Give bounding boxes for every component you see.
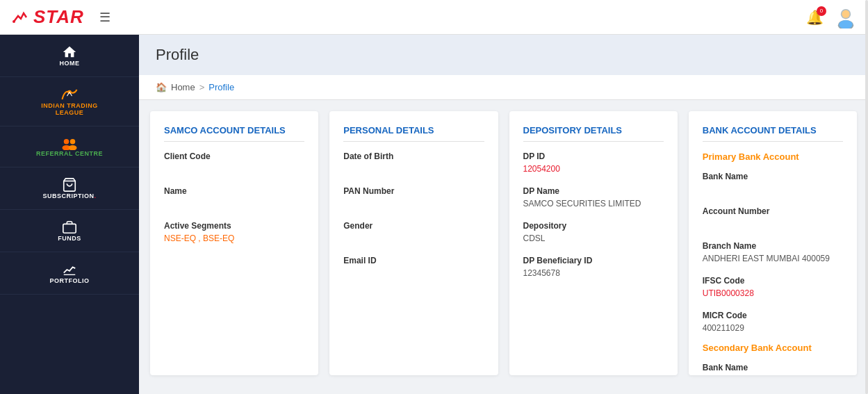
sidebar-label-funds: FUNDS [58, 235, 81, 242]
svg-point-7 [70, 139, 76, 145]
referral-icon [61, 136, 78, 150]
primary-bank-section-title: Primary Bank Account [703, 151, 843, 162]
dp-id-value: 12054200 [523, 164, 664, 177]
secondary-bank-name-label: Bank Name [703, 363, 843, 372]
breadcrumb-home[interactable]: Home [171, 82, 195, 92]
dob-label: Date of Birth [343, 151, 484, 161]
primary-ifsc-value: UTIB0000328 [703, 288, 843, 301]
breadcrumb-current: Profile [208, 82, 234, 92]
sidebar-item-home[interactable]: HOME [0, 35, 139, 77]
gender-value [343, 233, 484, 246]
primary-bank-name-value [703, 184, 843, 197]
page-header: Profile [139, 35, 868, 75]
name-label: Name [164, 186, 304, 196]
primary-micr-label: MICR Code [703, 311, 843, 320]
sidebar-item-portfolio[interactable]: PORTFOLIO [0, 252, 139, 295]
primary-branch-name-value: ANDHERI EAST MUMBAI 400059 [703, 254, 843, 266]
hamburger-button[interactable]: ☰ [99, 10, 110, 25]
gender-label: Gender [343, 221, 484, 231]
bank-card-title: BANK ACCOUNT DETAILS [703, 125, 843, 142]
sidebar: HOME INDIAN TRADINGLEAGUE REFERRAL CENTR… [0, 35, 139, 394]
logo-text: STAR [33, 6, 84, 28]
notification-badge: 0 [817, 6, 826, 16]
portfolio-icon [62, 262, 77, 277]
home-icon [62, 44, 77, 60]
svg-rect-11 [63, 224, 76, 233]
notification-bell[interactable]: 🔔 0 [806, 9, 824, 26]
bank-account-card: BANK ACCOUNT DETAILS Primary Bank Accoun… [689, 111, 857, 375]
active-segments-value: NSE-EQ , BSE-EQ [164, 233, 304, 246]
star-logo-icon [11, 8, 31, 27]
logo-area: STAR ☰ [11, 6, 110, 28]
name-value [164, 199, 304, 211]
email-label: Email ID [343, 256, 484, 265]
client-code-value [164, 164, 304, 177]
pan-value [343, 199, 484, 211]
top-navbar: STAR ☰ 🔔 0 [0, 0, 868, 35]
depository-label: Depository [523, 221, 664, 231]
dp-beneficiary-label: DP Beneficiary ID [523, 256, 664, 265]
svg-point-3 [842, 10, 849, 17]
primary-micr-value: 400211029 [703, 323, 843, 336]
primary-account-number-label: Account Number [703, 206, 843, 216]
breadcrumb-separator: > [199, 82, 205, 92]
primary-ifsc-label: IFSC Code [703, 276, 843, 286]
pan-label: PAN Number [343, 186, 484, 196]
personal-details-card: PERSONAL DETAILS Date of Birth PAN Numbe… [329, 111, 498, 375]
itl-icon [60, 87, 79, 102]
dp-beneficiary-value: 12345678 [523, 268, 664, 281]
sidebar-label-referral: REFERRAL CENTRE [36, 150, 103, 157]
svg-point-9 [69, 145, 77, 150]
sidebar-item-funds[interactable]: FUNDS [0, 210, 139, 252]
main-layout: HOME INDIAN TRADINGLEAGUE REFERRAL CENTR… [0, 35, 868, 394]
svg-point-0 [13, 20, 15, 23]
primary-bank-name-label: Bank Name [703, 172, 843, 181]
svg-point-6 [64, 139, 69, 145]
client-code-label: Client Code [164, 151, 304, 161]
secondary-bank-section-title: Secondary Bank Account [703, 343, 843, 353]
primary-branch-name-label: Branch Name [703, 241, 843, 251]
sidebar-item-itl[interactable]: INDIAN TRADINGLEAGUE [0, 77, 139, 126]
samco-card-title: SAMCO ACCOUNT DETAILS [164, 125, 304, 142]
depository-details-card: DEPOSITORY DETAILS DP ID 12054200 DP Nam… [509, 111, 678, 375]
user-avatar-icon[interactable] [835, 6, 857, 28]
personal-card-title: PERSONAL DETAILS [343, 125, 484, 142]
sidebar-label-itl: INDIAN TRADINGLEAGUE [41, 102, 98, 116]
depository-value: CDSL [523, 233, 664, 246]
sidebar-label-portfolio: PORTFOLIO [50, 277, 90, 284]
samco-account-card: SAMCO ACCOUNT DETAILS Client Code Name A… [150, 111, 318, 375]
top-right-icons: 🔔 0 [806, 6, 857, 28]
cards-container: SAMCO ACCOUNT DETAILS Client Code Name A… [139, 100, 868, 394]
breadcrumb: 🏠 Home > Profile [139, 75, 868, 100]
dob-value [343, 164, 484, 177]
content-area: Profile 🏠 Home > Profile SAMCO ACCOUNT D… [139, 35, 868, 394]
funds-icon [62, 220, 77, 235]
active-segments-label: Active Segments [164, 221, 304, 231]
page-title: Profile [156, 46, 851, 64]
sidebar-item-referral[interactable]: REFERRAL CENTRE [0, 126, 139, 167]
dp-name-label: DP Name [523, 186, 664, 196]
dp-id-label: DP ID [523, 151, 664, 161]
dp-name-value: SAMCO SECURITIES LIMITED [523, 199, 664, 211]
subscription-icon [62, 177, 77, 192]
email-value [343, 268, 484, 281]
depository-card-title: DEPOSITORY DETAILS [523, 125, 664, 142]
sidebar-item-subscription[interactable]: SUBSCRIPTION. [0, 167, 139, 210]
primary-account-number-value [703, 219, 843, 231]
sidebar-label-subscription: SUBSCRIPTION. [42, 192, 96, 199]
sidebar-label-home: HOME [60, 60, 80, 67]
